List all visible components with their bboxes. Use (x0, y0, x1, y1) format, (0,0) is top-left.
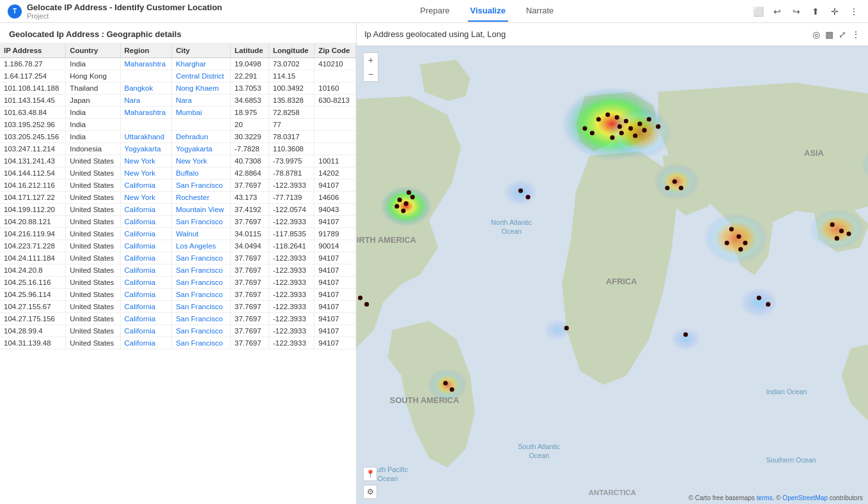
table-cell: Thailand (66, 82, 120, 95)
table-cell: Bangkok (120, 82, 172, 95)
osm-link[interactable]: OpenStreetMap (782, 494, 828, 501)
table-row[interactable]: 103.205.245.156IndiaUttarakhandDehradun3… (0, 131, 356, 143)
table-cell: 101.143.154.45 (0, 95, 66, 107)
table-cell: 104.20.88.121 (0, 216, 66, 228)
table-row[interactable]: 104.28.99.4United StatesCaliforniaSan Fr… (0, 325, 356, 337)
table-row[interactable]: 103.247.11.214IndonesiaYogyakartaYogyaka… (0, 143, 356, 155)
svg-point-66 (364, 302, 369, 307)
table-row[interactable]: 104.199.112.20United StatesCaliforniaMou… (0, 204, 356, 216)
table-row[interactable]: 104.171.127.22United StatesNew YorkRoche… (0, 192, 356, 204)
table-row[interactable]: 104.27.155.67United StatesCaliforniaSan … (0, 301, 356, 313)
settings-icon[interactable]: ⚙ (363, 485, 377, 499)
table-row[interactable]: 104.20.88.121United StatesCaliforniaSan … (0, 216, 356, 228)
table-cell: India (66, 58, 120, 70)
table-cell: 37.7697 (231, 325, 269, 337)
table-cell: 72.8258 (269, 107, 314, 119)
svg-point-23 (642, 128, 647, 132)
table-cell: California (120, 264, 172, 277)
circle-icon[interactable]: ◎ (812, 29, 820, 40)
zoom-out-button[interactable]: − (364, 67, 378, 81)
svg-point-42 (736, 234, 741, 239)
svg-point-56 (766, 302, 770, 307)
table-cell: 91789 (314, 228, 356, 240)
svg-point-65 (358, 296, 362, 300)
table-cell: Nara (172, 95, 231, 107)
table-row[interactable]: 104.223.71.228United StatesCaliforniaLos… (0, 240, 356, 252)
table-row[interactable]: 104.216.119.94United StatesCaliforniaWal… (0, 228, 356, 240)
zoom-in-button[interactable]: + (364, 53, 378, 67)
table-cell (120, 70, 172, 82)
table-row[interactable]: 104.25.16.116United StatesCaliforniaSan … (0, 277, 356, 289)
svg-point-18 (615, 115, 619, 119)
table-cell: Nara (120, 95, 172, 107)
table-row[interactable]: 1.186.78.27IndiaMaharashtraKharghar19.04… (0, 58, 356, 70)
table-cell: San Francisco (172, 337, 231, 349)
map-attribution: © Carto free basemaps terms. © OpenStree… (688, 494, 863, 501)
expand-icon[interactable]: ⤢ (839, 29, 846, 40)
table-row[interactable]: 104.24.111.184United StatesCaliforniaSan… (0, 252, 356, 264)
carto-terms-link[interactable]: terms (757, 494, 773, 501)
table-row[interactable]: 104.31.139.48United StatesCaliforniaSan … (0, 337, 356, 349)
table-cell: 114.15 (269, 70, 314, 82)
table-cell: 101.63.48.84 (0, 107, 66, 119)
table-row[interactable]: 104.131.241.43United StatesNew YorkNew Y… (0, 155, 356, 167)
app-title-group: Gelocate IP Address - Identify Customer … (27, 3, 222, 20)
table-row[interactable]: 104.24.20.8United StatesCaliforniaSan Fr… (0, 264, 356, 277)
add-icon[interactable]: ✛ (828, 5, 841, 18)
svg-point-17 (605, 112, 610, 117)
table-cell: San Francisco (172, 216, 231, 228)
table-cell: Maharashtra (120, 58, 172, 70)
app-title: Gelocate IP Address - Identify Customer … (27, 3, 222, 12)
tab-prepare[interactable]: Prepare (417, 1, 452, 22)
svg-point-49 (846, 231, 851, 236)
table-cell: Walnut (172, 228, 231, 240)
svg-text:Ocean: Ocean (529, 452, 549, 459)
map-menu-icon[interactable]: ⋮ (851, 29, 860, 40)
undo-icon[interactable]: ↩ (771, 5, 784, 18)
col-region: Region (120, 43, 172, 58)
table-row[interactable]: 101.143.154.45JapanNaraNara34.6853135.83… (0, 95, 356, 107)
svg-text:Ocean: Ocean (378, 475, 398, 482)
table-cell: 34.6853 (231, 95, 269, 107)
svg-point-13 (671, 328, 701, 350)
table-cell: 37.7697 (231, 252, 269, 264)
svg-point-28 (656, 125, 660, 129)
col-ip: IP Address (0, 43, 66, 58)
table-row[interactable]: 103.195.252.96India2077 (0, 119, 356, 131)
col-city: City (172, 43, 231, 58)
table-cell: San Francisco (172, 313, 231, 325)
bar-chart-icon[interactable]: ▦ (825, 29, 833, 40)
share-icon[interactable]: ⬆ (809, 5, 822, 18)
table-row[interactable]: 101.108.141.188ThailandBangkokNong Khaem… (0, 82, 356, 95)
table-cell: California (120, 277, 172, 289)
table-cell: San Francisco (172, 264, 231, 277)
table-row[interactable]: 104.25.96.114United StatesCaliforniaSan … (0, 289, 356, 301)
location-icon[interactable]: 📍 (363, 467, 377, 481)
table-cell (172, 119, 231, 131)
table-row[interactable]: 104.144.112.54United StatesNew YorkBuffa… (0, 167, 356, 179)
table-cell: 103.247.11.214 (0, 143, 66, 155)
redo-icon[interactable]: ↪ (790, 5, 803, 18)
table-row[interactable]: 1.64.117.254Hong KongCentral District22.… (0, 70, 356, 82)
table-cell: United States (66, 277, 120, 289)
table-row[interactable]: 104.16.212.116United StatesCaliforniaSan… (0, 179, 356, 192)
table-wrapper[interactable]: IP Address Country Region City Latitude … (0, 43, 356, 504)
table-cell: 104.144.112.54 (0, 167, 66, 179)
table-cell: -77.7139 (269, 192, 314, 204)
menu-icon[interactable]: ⋮ (848, 5, 860, 18)
table-cell: 103.195.252.96 (0, 119, 66, 131)
table-row[interactable]: 104.27.175.156United StatesCaliforniaSan… (0, 313, 356, 325)
table-cell: 104.24.111.184 (0, 252, 66, 264)
tab-narrate[interactable]: Narrate (523, 1, 556, 22)
table-cell: New York (120, 155, 172, 167)
svg-text:SOUTH AMERICA: SOUTH AMERICA (390, 395, 459, 405)
svg-point-12 (741, 288, 777, 317)
svg-point-43 (743, 241, 747, 245)
table-row[interactable]: 101.63.48.84IndiaMaharashtraMumbai18.975… (0, 107, 356, 119)
monitor-icon[interactable]: ⬜ (752, 5, 764, 18)
world-map-svg: NORTH AMERICA SOUTH AMERICA AFRICA ASIA … (357, 46, 868, 504)
table-cell: 37.7697 (231, 264, 269, 277)
tab-visualize[interactable]: Visualize (468, 1, 508, 22)
svg-point-46 (830, 222, 835, 227)
map-header-icons: ◎ ▦ ⤢ ⋮ (812, 29, 860, 40)
